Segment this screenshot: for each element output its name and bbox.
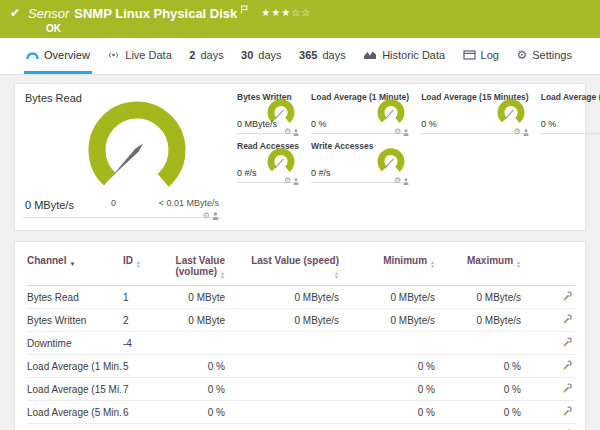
channels-table-panel: Channel▼ ID▲▼ Last Value(volume)▲▼ Last … xyxy=(14,241,586,430)
column-header-last-value-volume[interactable]: Last Value(volume)▲▼ xyxy=(167,242,251,286)
column-header-id[interactable]: ID▲▼ xyxy=(123,242,167,286)
empty-grid-cell xyxy=(541,139,600,183)
gauge-title: Load Average (5 Minutes) xyxy=(541,90,600,102)
channel-id: 7 xyxy=(123,378,167,401)
minimum-value: 0 MByte/s xyxy=(365,286,461,309)
channel-name: Downtime xyxy=(27,332,123,355)
channel-gear-icon[interactable]: ⚙ xyxy=(394,177,401,185)
channel-gear-icon[interactable]: ⚙ xyxy=(514,128,521,136)
settings-gear-icon: ⚙ xyxy=(516,48,527,62)
tab-settings[interactable]: ⚙ Settings xyxy=(514,38,574,74)
empty-grid-cell xyxy=(421,139,529,183)
column-header-edit xyxy=(547,242,575,286)
primary-gauge-scale-max: < 0.01 MByte/s xyxy=(159,198,219,208)
gauge-load-average-15min: Load Average (15 Minutes) 0 % ⚙ xyxy=(421,90,529,134)
tab-log[interactable]: Log xyxy=(461,38,501,74)
gauge-dial xyxy=(374,98,408,129)
wrench-icon[interactable] xyxy=(562,314,573,325)
minimum-value: 0 MByte/s xyxy=(365,309,461,332)
last-value-speed xyxy=(251,378,365,401)
primary-gauge-value: 0 MByte/s xyxy=(25,199,74,211)
channel-gear-icon[interactable]: ⚙ xyxy=(203,212,210,220)
channel-name: Bytes Written xyxy=(27,309,123,332)
minimum-value: 0 % xyxy=(365,355,461,378)
table-row-read-accesses: Read Accesses 3 0 # 0 #/s 0 #/s 0 #/s xyxy=(27,424,575,430)
column-header-minimum[interactable]: Minimum▲▼ xyxy=(365,242,461,286)
channel-gear-icon[interactable]: ⚙ xyxy=(394,128,401,136)
tab-bar: Overview Live Data 2days 30days 365days … xyxy=(0,38,600,75)
gauge-read-accesses: Read Accesses 0 #/s ⚙ xyxy=(237,139,299,183)
table-row-bytes-read: Bytes Read 1 0 MByte 0 MByte/s 0 MByte/s… xyxy=(27,286,575,309)
small-gauges-grid: Bytes Written 0 MByte/s ⚙ Load Average (… xyxy=(237,90,600,230)
channel-id: 3 xyxy=(123,424,167,430)
gauge-write-accesses: Write Accesses 0 #/s ⚙ xyxy=(311,139,409,183)
table-row-load-average-5min: Load Average (5 Min... 6 0 % 0 % 0 % xyxy=(27,401,575,424)
channel-user-icon[interactable] xyxy=(212,212,219,220)
sort-icon: ▲▼ xyxy=(516,260,521,268)
edit-channel-cell xyxy=(547,378,575,401)
maximum-value: 0 % xyxy=(461,355,547,378)
channels-table: Channel▼ ID▲▼ Last Value(volume)▲▼ Last … xyxy=(27,242,575,430)
last-value-speed xyxy=(251,401,365,424)
channel-gear-icon[interactable]: ⚙ xyxy=(284,128,291,136)
minimum-value xyxy=(365,332,461,355)
tab-2-days[interactable]: 2days xyxy=(187,38,225,74)
object-kind-label: Sensor xyxy=(28,6,69,21)
tab-live-data[interactable]: Live Data xyxy=(105,38,173,74)
gauge-value: 0 #/s xyxy=(311,168,331,178)
primary-gauge-scale-min: 0 xyxy=(111,198,116,208)
gauge-dial xyxy=(264,147,298,178)
last-value-speed: 0 #/s xyxy=(251,424,365,430)
last-value-speed xyxy=(251,355,365,378)
last-value-speed: 0 MByte/s xyxy=(251,309,365,332)
channel-user-icon[interactable] xyxy=(403,129,409,136)
maximum-value: 0 % xyxy=(461,401,547,424)
tab-30-days[interactable]: 30days xyxy=(239,38,284,74)
column-header-last-value-speed[interactable]: Last Value (speed)▲▼ xyxy=(251,242,365,286)
tab-historic-data[interactable]: Historic Data xyxy=(361,38,447,74)
sensor-title: SNMP Linux Physical Disk xyxy=(74,6,237,21)
status-ok-check-icon: ✔ xyxy=(10,6,20,20)
sort-icon: ▲▼ xyxy=(430,260,435,268)
table-row-bytes-written: Bytes Written 2 0 MByte 0 MByte/s 0 MByt… xyxy=(27,309,575,332)
minimum-value: 0 % xyxy=(365,378,461,401)
last-value-speed xyxy=(251,332,365,355)
priority-stars[interactable]: ★★★☆☆ xyxy=(261,7,311,18)
log-window-icon xyxy=(463,50,476,60)
wrench-icon[interactable] xyxy=(562,337,573,348)
sensor-status-text: OK xyxy=(46,23,590,34)
minimum-value: 0 #/s xyxy=(365,424,461,430)
column-header-maximum[interactable]: Maximum▲▼ xyxy=(461,242,547,286)
channel-user-icon[interactable] xyxy=(293,178,299,185)
last-value-volume: 0 % xyxy=(167,378,251,401)
channel-id: 1 xyxy=(123,286,167,309)
wrench-icon[interactable] xyxy=(562,406,573,417)
channel-user-icon[interactable] xyxy=(293,129,299,136)
channel-user-icon[interactable] xyxy=(523,129,529,136)
gauge-value: 0 MByte/s xyxy=(237,119,277,129)
table-row-load-average-15min: Load Average (15 Mi... 7 0 % 0 % 0 % xyxy=(27,378,575,401)
channel-gear-icon[interactable]: ⚙ xyxy=(284,177,291,185)
last-value-volume: 0 # xyxy=(167,424,251,430)
wrench-icon[interactable] xyxy=(562,360,573,371)
favorite-flag-icon[interactable] xyxy=(240,0,249,18)
gauge-arc-icon xyxy=(26,50,39,59)
gauge-value: 0 % xyxy=(541,119,557,129)
tab-overview[interactable]: Overview xyxy=(24,38,92,74)
wrench-icon[interactable] xyxy=(562,291,573,302)
sensor-header: ✔ Sensor SNMP Linux Physical Disk ★★★☆☆ … xyxy=(0,0,600,38)
edit-channel-cell xyxy=(547,309,575,332)
channel-name: Load Average (15 Mi... xyxy=(27,378,123,401)
last-value-volume: 0 % xyxy=(167,355,251,378)
gauge-load-average-1min: Load Average (1 Minute) 0 % ⚙ xyxy=(311,90,409,134)
column-header-channel[interactable]: Channel▼ xyxy=(27,242,123,286)
edit-channel-cell xyxy=(547,424,575,430)
tab-365-days[interactable]: 365days xyxy=(297,38,348,74)
gauge-load-average-5min: Load Average (5 Minutes) 0 % ⚙ xyxy=(541,90,600,134)
channel-user-icon[interactable] xyxy=(403,178,409,185)
last-value-volume: 0 MByte xyxy=(167,309,251,332)
wrench-icon[interactable] xyxy=(562,383,573,394)
edit-channel-cell xyxy=(547,332,575,355)
gauge-needle xyxy=(111,143,143,177)
maximum-value: 0 MByte/s xyxy=(461,286,547,309)
